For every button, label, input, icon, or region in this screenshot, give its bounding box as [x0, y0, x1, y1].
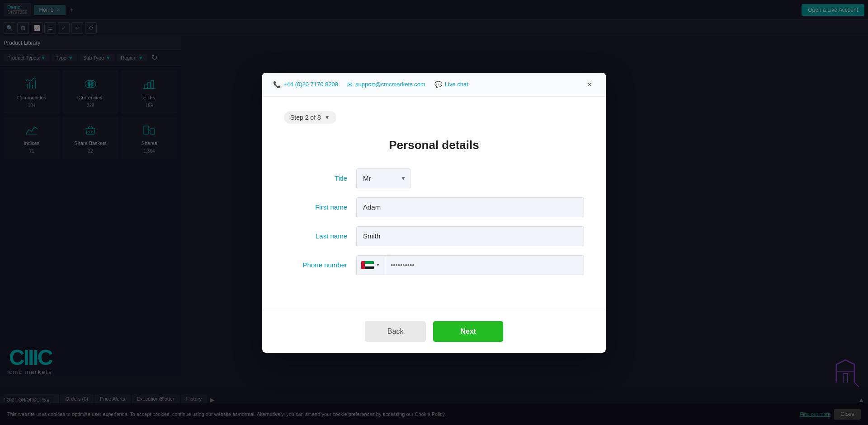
live-chat-contact[interactable]: 💬 Live chat	[434, 81, 468, 88]
step-indicator[interactable]: Step 2 of 8 ▼	[284, 111, 336, 124]
chat-icon: 💬	[434, 81, 442, 88]
email-address: support@cmcmarkets.com	[355, 81, 425, 88]
modal-footer: Back Next	[262, 310, 606, 353]
uae-flag	[361, 261, 374, 269]
phone-wrapper: ▼	[356, 255, 584, 275]
phone-country-chevron-icon: ▼	[376, 262, 380, 267]
live-chat-label: Live chat	[445, 81, 468, 88]
phone-icon: 📞	[273, 81, 281, 88]
flag-right-stripes	[365, 261, 374, 269]
email-contact[interactable]: ✉ support@cmcmarkets.com	[347, 81, 425, 88]
phone-contact[interactable]: 📞 +44 (0)20 7170 8209	[273, 81, 338, 88]
last-name-input[interactable]	[356, 226, 584, 246]
modal-contact: 📞 +44 (0)20 7170 8209 ✉ support@cmcmarke…	[273, 81, 468, 88]
title-select-wrapper: Mr Mrs Ms Dr Prof ▼	[356, 168, 410, 188]
last-name-row: Last name	[284, 226, 584, 246]
flag-red-stripe	[361, 261, 365, 269]
modal-header: 📞 +44 (0)20 7170 8209 ✉ support@cmcmarke…	[262, 73, 606, 97]
phone-number-row: Phone number ▼	[284, 255, 584, 275]
modal-dialog: 📞 +44 (0)20 7170 8209 ✉ support@cmcmarke…	[262, 73, 606, 353]
modal-close-button[interactable]: ×	[584, 79, 595, 90]
form-title: Personal details	[284, 138, 584, 152]
phone-number-label: Phone number	[284, 261, 356, 269]
phone-number-input[interactable]	[385, 256, 584, 275]
back-button[interactable]: Back	[365, 321, 426, 342]
last-name-label: Last name	[284, 232, 356, 240]
step-chevron-icon: ▼	[325, 114, 330, 121]
modal-overlay: 📞 +44 (0)20 7170 8209 ✉ support@cmcmarke…	[0, 0, 868, 425]
next-button[interactable]: Next	[433, 321, 503, 342]
modal-body: Step 2 of 8 ▼ Personal details Title Mr …	[262, 97, 606, 310]
title-row: Title Mr Mrs Ms Dr Prof ▼	[284, 168, 584, 188]
email-icon: ✉	[347, 81, 353, 88]
flag-black	[365, 266, 374, 269]
title-select[interactable]: Mr Mrs Ms Dr Prof	[356, 168, 410, 188]
title-label: Title	[284, 174, 356, 182]
phone-number: +44 (0)20 7170 8209	[283, 81, 338, 88]
first-name-input[interactable]	[356, 197, 584, 217]
first-name-row: First name	[284, 197, 584, 217]
first-name-label: First name	[284, 203, 356, 211]
step-text: Step 2 of 8	[290, 114, 321, 121]
phone-country-selector[interactable]: ▼	[357, 256, 385, 275]
